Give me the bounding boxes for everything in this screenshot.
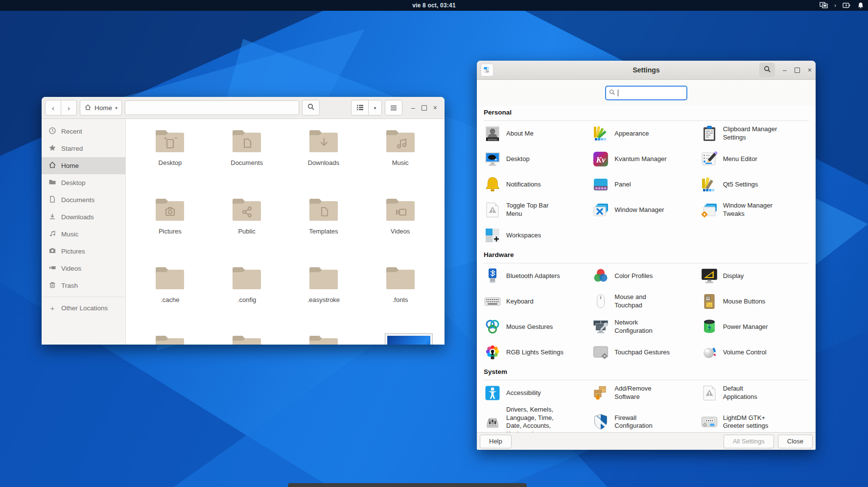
settings-item-kvantum-manager[interactable]: KvKvantum Manager [592, 146, 700, 172]
settings-item-notifications[interactable]: Notifications [484, 172, 592, 197]
battery-icon[interactable] [843, 2, 851, 9]
settings-item-accessibility[interactable]: Accessibility [484, 380, 592, 406]
file-item-dot-config[interactable]: .config [209, 262, 285, 330]
sidebar-item-starred[interactable]: Starred [42, 140, 125, 157]
files-toolbar: ‹ › Home ▾ ▾ [42, 97, 445, 119]
settings-item-mouse-gestures[interactable]: Mouse Gestures [484, 314, 592, 340]
file-item-dot-cache[interactable]: .cache [132, 262, 209, 330]
menu-button[interactable] [385, 100, 402, 116]
files-window-controls: – × [411, 104, 437, 111]
file-item-partial[interactable] [132, 330, 209, 345]
greeter-icon [701, 413, 718, 431]
settings-item-label: Kvantum Manager [614, 155, 666, 163]
sidebar-item-desktop[interactable]: Desktop [42, 174, 125, 191]
settings-item-clipboard-manager[interactable]: Clipboard Manager Settings [701, 121, 809, 146]
maximize-button[interactable] [795, 68, 800, 73]
maximize-button[interactable] [422, 105, 427, 111]
settings-item-default[interactable]: Default Applications [701, 380, 809, 406]
sidebar-item-videos[interactable]: Videos [42, 260, 125, 277]
file-item-label: .cache [161, 296, 179, 303]
settings-item-panel[interactable]: Panel [592, 172, 700, 197]
minimize-button[interactable]: – [411, 104, 415, 111]
file-item-templates[interactable]: Templates [285, 193, 362, 262]
settings-item-mouse-buttons[interactable]: Mouse Buttons [701, 289, 809, 314]
settings-item-bluetooth-adapters[interactable]: Bluetooth Adapters [484, 263, 592, 289]
sidebar-item-other-locations[interactable]: + Other Locations [42, 300, 125, 317]
folder-documents-icon [231, 128, 262, 154]
home-icon [48, 161, 56, 170]
file-item-downloads[interactable]: Downloads [285, 125, 362, 193]
settings-item-power-manager[interactable]: Power Manager [701, 314, 809, 340]
file-item-public[interactable]: Public [209, 193, 285, 262]
sidebar-item-downloads[interactable]: Downloads [42, 209, 125, 226]
list-view-button[interactable] [351, 100, 368, 116]
settings-item-lightdm-gtk[interactable]: LightDM GTK+ Greeter settings [701, 406, 809, 432]
settings-item-menu-editor[interactable]: Menu Editor [701, 146, 809, 172]
settings-item-add-remove[interactable]: Add/Remove Software [592, 380, 700, 406]
sidebar-item-home[interactable]: Home [42, 157, 125, 174]
settings-item-firewall[interactable]: Firewall Configuration [592, 406, 700, 432]
forward-button[interactable]: › [61, 100, 77, 116]
displays-icon[interactable] [820, 2, 828, 9]
settings-item-network[interactable]: Network Configuration [592, 314, 700, 340]
about-me-icon: 1829102 [484, 125, 501, 142]
path-entry[interactable] [125, 100, 299, 115]
settings-item-label: Add/Remove Software [614, 385, 651, 401]
settings-item-keyboard[interactable]: Keyboard [484, 289, 592, 314]
settings-item-toggle-top-bar[interactable]: Toggle Top Bar Menu [484, 197, 592, 223]
search-icon [609, 89, 615, 97]
location-button[interactable]: Home ▾ [80, 100, 122, 116]
file-item-label: Music [392, 159, 409, 166]
settings-item-touchpad-gestures[interactable]: Touchpad Gestures [592, 340, 700, 365]
settings-item-window-manager[interactable]: Window Manager [592, 197, 700, 223]
file-item-documents[interactable]: Documents [209, 125, 285, 193]
mousetrap-icon [701, 293, 718, 310]
sidebar-item-recent[interactable]: Recent [42, 123, 125, 140]
minimize-button[interactable]: – [783, 67, 787, 73]
settings-item-workspaces[interactable]: Workspaces [484, 223, 592, 248]
back-button[interactable]: ‹ [45, 100, 61, 116]
settings-item-window-manager[interactable]: Window Manager Tweaks [701, 197, 809, 223]
file-item-videos[interactable]: Videos [362, 193, 439, 262]
sidebar-item-pictures[interactable]: Pictures [42, 243, 125, 260]
settings-item-desktop[interactable]: Desktop [484, 146, 592, 172]
settings-item-qt5-settings[interactable]: Qt5 Settings [701, 172, 809, 197]
settings-item-volume-control[interactable]: Volume Control [701, 340, 809, 365]
close-button[interactable]: × [808, 67, 812, 73]
shield-icon [592, 413, 610, 431]
view-options-button[interactable]: ▾ [368, 100, 382, 116]
file-item-partial[interactable] [285, 330, 362, 345]
file-item-partial[interactable] [209, 330, 285, 345]
sidebar-item-music[interactable]: Music [42, 226, 125, 243]
settings-item-rgb-lights-settings[interactable]: RGB Lights Settings [484, 340, 592, 365]
help-button[interactable]: Help [480, 435, 512, 448]
settings-item-appearance[interactable]: Appearance [592, 121, 700, 146]
file-item-music[interactable]: Music [362, 125, 439, 193]
file-item-desktop[interactable]: Desktop [132, 125, 209, 193]
recent-icon [48, 127, 56, 136]
dock-hint[interactable] [288, 483, 527, 487]
close-button[interactable]: × [433, 104, 437, 111]
bell-icon [484, 176, 501, 193]
file-item-dot-fonts[interactable]: .fonts [362, 262, 439, 330]
sidebar-item-documents[interactable]: Documents [42, 191, 125, 209]
settings-item-label: Color Profiles [614, 272, 653, 280]
chevron-right-icon[interactable]: › [834, 0, 836, 11]
file-item-partial[interactable] [362, 330, 439, 345]
settings-search-input[interactable] [605, 86, 687, 100]
notifications-bell-icon[interactable] [857, 2, 864, 9]
settings-item-about-me[interactable]: 1829102About Me [484, 121, 592, 146]
settings-item-drivers-kernels[interactable]: Drivers, Kernels, Language, Time, Date, … [484, 406, 592, 432]
close-button[interactable]: Close [778, 435, 813, 448]
settings-item-display[interactable]: Display [701, 263, 809, 289]
file-item-dot-easystroke[interactable]: .easystroke [285, 262, 362, 330]
file-item-label: Videos [391, 228, 410, 235]
clock[interactable]: vie 8 oct, 03:41 [412, 2, 456, 9]
settings-item-color-profiles[interactable]: Color Profiles [592, 263, 700, 289]
settings-search-toggle-button[interactable] [759, 63, 775, 77]
sidebar-item-trash[interactable]: Trash [42, 277, 125, 294]
files-search-button[interactable] [302, 100, 320, 116]
settings-item-mouse-and[interactable]: Mouse and Touchpad [592, 289, 700, 314]
file-item-pictures[interactable]: Pictures [132, 193, 209, 262]
all-settings-button[interactable]: All Settings [724, 435, 774, 448]
